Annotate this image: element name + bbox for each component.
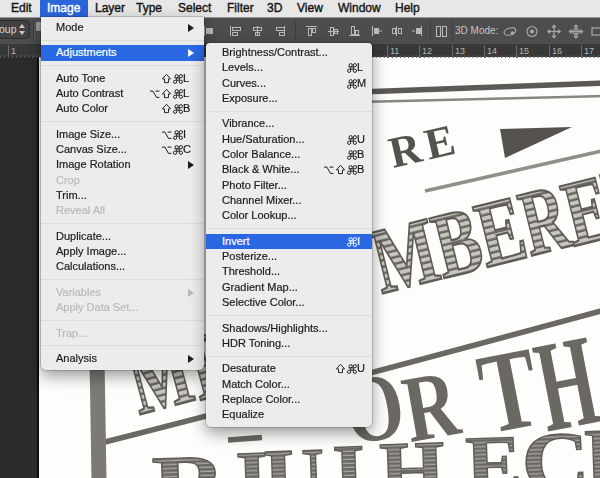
svg-text:17: 17 xyxy=(584,46,594,56)
svg-text:I: I xyxy=(582,411,600,478)
svg-text:12: 12 xyxy=(422,46,432,56)
svg-text:14: 14 xyxy=(487,46,497,56)
svg-text:I: I xyxy=(331,426,367,478)
svg-text:E: E xyxy=(464,417,523,478)
svg-text:R: R xyxy=(151,437,230,478)
svg-text:RE: RE xyxy=(384,114,464,178)
svg-text:16: 16 xyxy=(552,46,562,56)
svg-text:U: U xyxy=(262,430,326,478)
svg-text:13: 13 xyxy=(455,46,465,56)
svg-text:C: C xyxy=(520,414,591,478)
svg-text:1: 1 xyxy=(11,46,16,56)
svg-text:15: 15 xyxy=(519,46,529,56)
svg-text:H: H xyxy=(378,423,447,478)
svg-text:11: 11 xyxy=(390,46,399,56)
